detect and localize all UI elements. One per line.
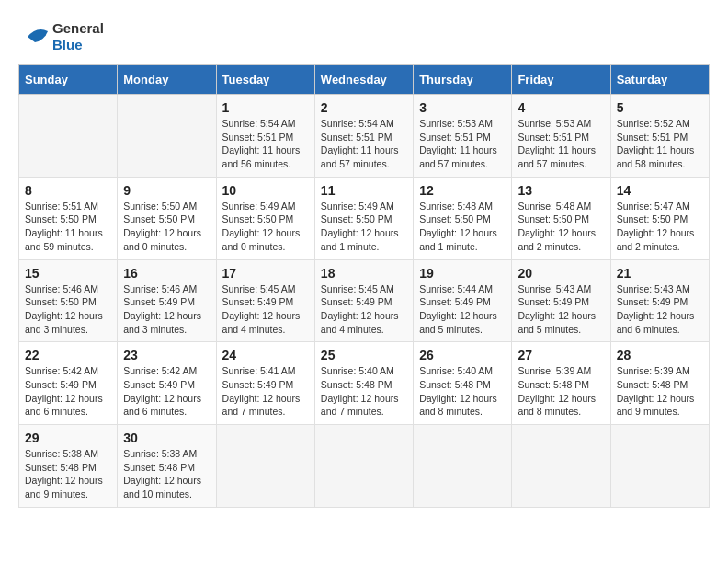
- calendar-cell: 3Sunrise: 5:53 AMSunset: 5:51 PMDaylight…: [414, 95, 512, 178]
- day-number: 9: [123, 183, 210, 198]
- calendar-cell: 14Sunrise: 5:47 AMSunset: 5:50 PMDayligh…: [610, 177, 709, 259]
- day-info: Sunrise: 5:46 AMSunset: 5:50 PMDaylight:…: [25, 282, 111, 337]
- calendar-body: 1Sunrise: 5:54 AMSunset: 5:51 PMDaylight…: [19, 95, 710, 508]
- day-number: 21: [617, 266, 703, 281]
- day-info: Sunrise: 5:40 AMSunset: 5:48 PMDaylight:…: [419, 364, 506, 419]
- calendar-cell: [414, 425, 512, 508]
- day-number: 11: [321, 183, 407, 198]
- day-number: 30: [123, 431, 210, 445]
- calendar-week-1: 8Sunrise: 5:51 AMSunset: 5:50 PMDaylight…: [19, 177, 710, 259]
- day-number: 18: [321, 266, 407, 281]
- day-number: 3: [419, 100, 506, 115]
- day-number: 14: [617, 183, 703, 198]
- day-number: 28: [617, 348, 703, 362]
- day-number: 23: [123, 348, 210, 362]
- calendar-cell: 19Sunrise: 5:44 AMSunset: 5:49 PMDayligh…: [414, 259, 512, 342]
- day-number: 29: [25, 431, 111, 445]
- day-number: 13: [518, 183, 604, 198]
- day-info: Sunrise: 5:43 AMSunset: 5:49 PMDaylight:…: [518, 282, 604, 337]
- day-info: Sunrise: 5:39 AMSunset: 5:48 PMDaylight:…: [518, 364, 604, 419]
- calendar-cell: [19, 95, 118, 178]
- calendar-cell: 29Sunrise: 5:38 AMSunset: 5:48 PMDayligh…: [19, 425, 118, 508]
- calendar-cell: 2Sunrise: 5:54 AMSunset: 5:51 PMDaylight…: [314, 95, 413, 178]
- calendar-cell: 4Sunrise: 5:53 AMSunset: 5:51 PMDaylight…: [512, 95, 610, 178]
- calendar-week-4: 29Sunrise: 5:38 AMSunset: 5:48 PMDayligh…: [19, 425, 710, 508]
- calendar-week-2: 15Sunrise: 5:46 AMSunset: 5:50 PMDayligh…: [19, 259, 710, 342]
- calendar-cell: 27Sunrise: 5:39 AMSunset: 5:48 PMDayligh…: [512, 342, 610, 425]
- day-info: Sunrise: 5:46 AMSunset: 5:49 PMDaylight:…: [123, 282, 210, 337]
- day-number: 4: [518, 100, 604, 115]
- header-friday: Friday: [512, 65, 610, 95]
- day-info: Sunrise: 5:50 AMSunset: 5:50 PMDaylight:…: [123, 200, 210, 254]
- header-monday: Monday: [118, 65, 216, 95]
- day-info: Sunrise: 5:38 AMSunset: 5:48 PMDaylight:…: [25, 447, 111, 501]
- calendar-cell: 8Sunrise: 5:51 AMSunset: 5:50 PMDaylight…: [19, 177, 118, 259]
- day-info: Sunrise: 5:43 AMSunset: 5:49 PMDaylight:…: [617, 282, 703, 337]
- calendar-cell: 21Sunrise: 5:43 AMSunset: 5:49 PMDayligh…: [610, 259, 709, 342]
- day-info: Sunrise: 5:42 AMSunset: 5:49 PMDaylight:…: [25, 364, 111, 419]
- day-number: 27: [518, 348, 604, 362]
- calendar-table: SundayMondayTuesdayWednesdayThursdayFrid…: [18, 64, 710, 508]
- day-info: Sunrise: 5:39 AMSunset: 5:48 PMDaylight:…: [617, 364, 703, 419]
- day-info: Sunrise: 5:45 AMSunset: 5:49 PMDaylight:…: [222, 282, 309, 337]
- logo: General Blue: [18, 18, 104, 55]
- day-number: 17: [222, 266, 309, 281]
- day-info: Sunrise: 5:40 AMSunset: 5:48 PMDaylight:…: [321, 364, 407, 419]
- calendar-week-3: 22Sunrise: 5:42 AMSunset: 5:49 PMDayligh…: [19, 342, 710, 425]
- day-info: Sunrise: 5:54 AMSunset: 5:51 PMDaylight:…: [222, 117, 309, 171]
- day-number: 19: [419, 266, 506, 281]
- logo-text: General Blue: [52, 20, 104, 53]
- day-info: Sunrise: 5:45 AMSunset: 5:49 PMDaylight:…: [321, 282, 407, 337]
- day-info: Sunrise: 5:44 AMSunset: 5:49 PMDaylight:…: [419, 282, 506, 337]
- calendar-header: SundayMondayTuesdayWednesdayThursdayFrid…: [19, 65, 710, 95]
- calendar-cell: 30Sunrise: 5:38 AMSunset: 5:48 PMDayligh…: [118, 425, 216, 508]
- day-number: 8: [25, 183, 111, 198]
- day-info: Sunrise: 5:52 AMSunset: 5:51 PMDaylight:…: [617, 117, 703, 171]
- calendar-cell: 15Sunrise: 5:46 AMSunset: 5:50 PMDayligh…: [19, 259, 118, 342]
- calendar-cell: [216, 425, 314, 508]
- calendar-cell: 13Sunrise: 5:48 AMSunset: 5:50 PMDayligh…: [512, 177, 610, 259]
- calendar-cell: 23Sunrise: 5:42 AMSunset: 5:49 PMDayligh…: [118, 342, 216, 425]
- calendar-cell: 16Sunrise: 5:46 AMSunset: 5:49 PMDayligh…: [118, 259, 216, 342]
- day-info: Sunrise: 5:47 AMSunset: 5:50 PMDaylight:…: [617, 200, 703, 254]
- calendar-cell: 20Sunrise: 5:43 AMSunset: 5:49 PMDayligh…: [512, 259, 610, 342]
- calendar-cell: 28Sunrise: 5:39 AMSunset: 5:48 PMDayligh…: [610, 342, 709, 425]
- calendar-week-0: 1Sunrise: 5:54 AMSunset: 5:51 PMDaylight…: [19, 95, 710, 178]
- day-info: Sunrise: 5:49 AMSunset: 5:50 PMDaylight:…: [222, 200, 309, 254]
- calendar-cell: [610, 425, 709, 508]
- day-number: 22: [25, 348, 111, 362]
- logo-container: General Blue: [18, 18, 104, 55]
- day-info: Sunrise: 5:42 AMSunset: 5:49 PMDaylight:…: [123, 364, 210, 419]
- day-info: Sunrise: 5:48 AMSunset: 5:50 PMDaylight:…: [518, 200, 604, 254]
- day-info: Sunrise: 5:53 AMSunset: 5:51 PMDaylight:…: [518, 117, 604, 171]
- calendar-cell: 26Sunrise: 5:40 AMSunset: 5:48 PMDayligh…: [414, 342, 512, 425]
- calendar-cell: [118, 95, 216, 178]
- day-info: Sunrise: 5:48 AMSunset: 5:50 PMDaylight:…: [419, 200, 506, 254]
- calendar-cell: 5Sunrise: 5:52 AMSunset: 5:51 PMDaylight…: [610, 95, 709, 178]
- day-info: Sunrise: 5:54 AMSunset: 5:51 PMDaylight:…: [321, 117, 407, 171]
- calendar-cell: 25Sunrise: 5:40 AMSunset: 5:48 PMDayligh…: [314, 342, 413, 425]
- day-number: 5: [617, 100, 703, 115]
- logo-bird-icon: [18, 18, 51, 55]
- calendar-cell: 17Sunrise: 5:45 AMSunset: 5:49 PMDayligh…: [216, 259, 314, 342]
- day-number: 10: [222, 183, 309, 198]
- calendar-cell: 10Sunrise: 5:49 AMSunset: 5:50 PMDayligh…: [216, 177, 314, 259]
- header-thursday: Thursday: [414, 65, 512, 95]
- header-sunday: Sunday: [19, 65, 118, 95]
- day-number: 15: [25, 266, 111, 281]
- day-info: Sunrise: 5:51 AMSunset: 5:50 PMDaylight:…: [25, 200, 111, 254]
- calendar-cell: 18Sunrise: 5:45 AMSunset: 5:49 PMDayligh…: [314, 259, 413, 342]
- header-wednesday: Wednesday: [314, 65, 413, 95]
- day-number: 12: [419, 183, 506, 198]
- calendar-cell: 9Sunrise: 5:50 AMSunset: 5:50 PMDaylight…: [118, 177, 216, 259]
- header-saturday: Saturday: [610, 65, 709, 95]
- calendar-cell: 22Sunrise: 5:42 AMSunset: 5:49 PMDayligh…: [19, 342, 118, 425]
- day-number: 20: [518, 266, 604, 281]
- header-tuesday: Tuesday: [216, 65, 314, 95]
- day-number: 2: [321, 100, 407, 115]
- day-info: Sunrise: 5:49 AMSunset: 5:50 PMDaylight:…: [321, 200, 407, 254]
- day-info: Sunrise: 5:38 AMSunset: 5:48 PMDaylight:…: [123, 447, 210, 501]
- header-row: SundayMondayTuesdayWednesdayThursdayFrid…: [19, 65, 710, 95]
- day-number: 25: [321, 348, 407, 362]
- day-number: 1: [222, 100, 309, 115]
